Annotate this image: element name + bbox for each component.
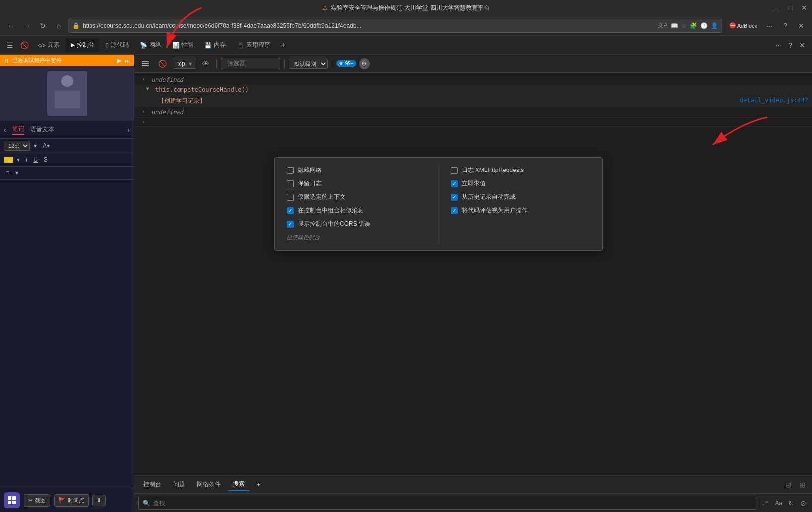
expand-arrow-compete[interactable]: ▶ [145,87,151,90]
devtools-help-btn[interactable]: ? [785,40,795,50]
devtools-close[interactable]: ✕ [796,40,808,50]
apps-icon-btn[interactable] [4,492,20,508]
address-bar[interactable]: 🔒 https://ecourse.scu.edu.cn/learn/cours… [68,19,722,33]
console-entry-study-record[interactable]: 【创建学习记录】 detail_video.js:442 [134,95,812,107]
sidebar-toggle[interactable]: ☰ [4,40,16,50]
font-dropdown-icon[interactable]: ▾ [32,141,39,150]
checkbox-log-xhr[interactable] [451,167,458,174]
checkbox-preserve-log[interactable] [287,180,294,187]
debug-play-icon[interactable]: ▶ [117,57,121,64]
maximize-btn[interactable]: □ [786,4,794,12]
context-selector[interactable]: top ▾ [173,59,196,69]
highlight-btn[interactable] [4,157,13,163]
highlight-dropdown[interactable]: ▾ [15,155,22,164]
sidebar-left-toggle[interactable] [138,59,152,69]
console-settings-btn[interactable]: ⚙ [359,58,370,69]
minimize-btn[interactable]: ─ [772,4,780,12]
search-input-wrap[interactable]: 🔍 [138,497,756,510]
collapse-arrow-2[interactable]: ‹ [142,109,145,114]
option-eager-eval[interactable]: 立即求值 [447,177,595,190]
tab-elements[interactable]: </> 元素 [33,38,65,52]
option-hide-network[interactable]: 隐藏网络 [283,164,431,177]
list-dropdown[interactable]: ▾ [13,169,20,177]
panel-resize-btn[interactable]: ⊟ [782,480,794,490]
console-group-undefined-1[interactable]: ‹ undefined [134,75,812,85]
favorites-icon[interactable]: ☆ [681,22,687,29]
console-settings-dropdown[interactable]: 隐藏网络 保留日志 仅限选定的上下文 在控制台中组合相似消息 [274,157,603,251]
tab-performance[interactable]: 📊 性能 [167,38,198,52]
option-preserve-log[interactable]: 保留日志 [283,177,431,190]
option-group-similar[interactable]: 在控制台中组合相似消息 [283,204,431,217]
refresh-search-btn[interactable]: ↻ [786,498,796,508]
help-btn[interactable]: ? [778,19,792,33]
clear-search-btn[interactable]: ⊘ [798,498,808,508]
prohibit-icon[interactable]: 🚫 [17,40,32,50]
panel-expand-btn[interactable]: ⊞ [796,480,808,490]
checkbox-hide-network[interactable] [287,167,294,174]
devtools-settings-btn[interactable]: ··· [773,40,785,50]
bottom-tab-issues[interactable]: 问题 [168,478,190,491]
history-icon[interactable]: 🕐 [700,22,708,29]
option-selected-context[interactable]: 仅限选定的上下文 [283,190,431,204]
checkbox-user-gesture[interactable] [451,207,458,214]
italic-btn[interactable]: I [24,155,29,164]
option-user-gesture[interactable]: 将代码评估视为用户操作 [447,204,595,217]
log-level-select[interactable]: 默认级别 [289,59,328,69]
tab-voice-text[interactable]: 语音文本 [30,124,54,135]
checkbox-eager-eval[interactable] [451,180,458,187]
tab-sources[interactable]: {} 源代码 [100,38,134,52]
close-btn[interactable]: ✕ [800,4,808,12]
checkbox-selected-context[interactable] [287,194,294,201]
extensions-icon[interactable]: 🧩 [690,22,697,29]
refresh-btn[interactable]: ↻ [36,19,50,33]
font-color-btn[interactable]: A▾ [41,141,52,150]
eye-btn[interactable]: 👁 [199,59,212,69]
checkbox-cors-errors[interactable] [287,221,294,228]
home-btn[interactable]: ⌂ [52,19,66,33]
nav-next[interactable]: › [127,126,130,134]
devtools-close-btn[interactable]: ✕ [794,19,808,33]
console-entry-compete[interactable]: ▶ this.competeCourseHandle() [134,85,812,95]
clear-console-btn[interactable]: 🚫 [155,59,170,69]
tab-application[interactable]: 📱 应用程序 [232,38,275,52]
download-btn[interactable]: ⬇ [92,495,106,506]
checkbox-autocomplete[interactable] [451,194,458,201]
filter-input[interactable]: 筛选器 [221,58,280,69]
collapse-arrow-1[interactable]: ‹ [142,76,145,82]
case-sensitive-toggle[interactable]: Aa [773,499,784,508]
font-size-select[interactable]: 12pt [4,141,30,151]
tab-notes[interactable]: 笔记 [12,124,24,135]
option-log-xhr[interactable]: 日志 XMLHttpRequests [447,164,595,177]
expand-standalone[interactable]: › [142,119,145,125]
nav-prev[interactable]: ‹ [4,126,6,134]
underline-btn[interactable]: U [31,155,40,164]
read-mode-icon[interactable]: 📖 [671,22,678,29]
regex-toggle[interactable]: .* [759,498,771,508]
translate-icon[interactable]: 文A [658,21,668,30]
more-btn[interactable]: ··· [762,19,776,33]
forward-btn[interactable]: → [20,19,34,33]
screenshot-btn[interactable]: ✂ 截图 [24,494,50,507]
option-autocomplete-history[interactable]: 从历史记录自动完成 [447,190,595,204]
debug-skip-icon[interactable]: ⏭ [124,58,130,64]
bottom-tab-console[interactable]: 控制台 [138,478,166,491]
back-btn[interactable]: ← [4,19,18,33]
bottom-tab-search[interactable]: 搜索 [228,478,250,491]
source-link[interactable]: detail_video.js:442 [740,97,808,104]
tab-add[interactable]: + [276,38,290,52]
tab-console[interactable]: ▶ 控制台 [66,38,99,52]
list-btn[interactable]: ≡ [4,169,11,177]
option-cors-errors[interactable]: 显示控制台中的CORS 错误 [283,217,431,231]
search-input[interactable] [153,500,752,507]
tab-network[interactable]: 📡 网络 [135,38,166,52]
profile-icon[interactable]: 👤 [711,22,718,29]
tab-memory[interactable]: 💾 内存 [199,38,231,52]
strikethrough-btn[interactable]: S [42,155,50,164]
adblock-btn[interactable]: ⛔ AdBlock [726,19,760,33]
console-group-undefined-2[interactable]: ‹ undefined [134,107,812,118]
bottom-tab-network-conditions[interactable]: 网络条件 [192,478,226,491]
console-expand-row[interactable]: › [134,118,812,127]
bottom-tab-add[interactable]: + [252,479,265,490]
checkbox-group-similar[interactable] [287,207,294,214]
timestamp-btn[interactable]: 🚩 时间点 [54,494,89,507]
